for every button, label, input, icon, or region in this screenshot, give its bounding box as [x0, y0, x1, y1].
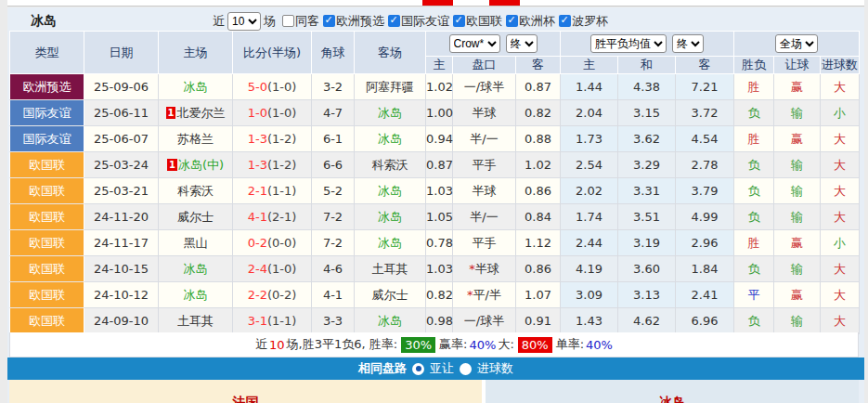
- cell-date: 24-11-20: [84, 204, 159, 230]
- right-team-title: 冰岛: [659, 395, 685, 403]
- cell-result-goals: 大: [821, 204, 860, 230]
- cell-avg-draw: 3.60: [618, 256, 676, 282]
- cell-score: 3-1(1-1): [233, 308, 312, 334]
- radio-label[interactable]: 进球数: [477, 360, 513, 377]
- match-row: 欧国联 25-03-21 1科索沃 2-1(1-1) 5-2 冰岛 1.03 *…: [10, 178, 860, 204]
- cell-avg-away: 3.72: [676, 100, 734, 126]
- home-team-name: 苏格兰: [177, 132, 214, 146]
- odds-group-header: Crow*终: [426, 32, 561, 57]
- cell-avg-home: 1.74: [561, 204, 618, 230]
- handicap-value: 半球: [475, 262, 499, 276]
- selected-radio-icon[interactable]: [412, 363, 424, 375]
- cell-avg-home: 2.44: [561, 230, 618, 256]
- cell-handicap: *平手: [453, 152, 516, 178]
- checked-checkbox-icon[interactable]: [323, 15, 335, 27]
- cell-result-goals: 小: [821, 100, 860, 126]
- half-time-score: (1-1): [267, 314, 296, 328]
- cell-odds-home: 1.02: [426, 74, 453, 100]
- cell-score: 0-2(0-0): [233, 230, 312, 256]
- cell-avg-away: 4.54: [676, 126, 734, 152]
- cell-home-team: 1科索沃: [159, 178, 233, 204]
- cell-date: 25-06-11: [84, 100, 159, 126]
- competition-filter-波罗杯[interactable]: 波罗杯: [559, 13, 608, 30]
- unselected-radio-icon[interactable]: [460, 363, 472, 375]
- cell-avg-home: 4.19: [561, 256, 618, 282]
- cell-result-wdl: 胜: [734, 126, 774, 152]
- summary-text: 赢率:: [439, 336, 467, 353]
- competition-filter-同客[interactable]: 同客: [282, 13, 319, 30]
- full-time-score: 2-1: [248, 184, 267, 198]
- games-count-select[interactable]: 10: [227, 12, 261, 31]
- cell-result-wdl: 负: [734, 204, 774, 230]
- filter-topbar: 冰岛 近 10 场 同客欧洲预选国际友谊欧国联欧洲杯波罗杯: [7, 9, 864, 32]
- cell-avg-draw: 3.15: [618, 100, 676, 126]
- full-time-score: 5-0: [248, 80, 267, 94]
- checkbox-label: 欧洲预选: [336, 13, 384, 30]
- away-team-name: 冰岛: [378, 210, 402, 224]
- left-team-panel: 法国: [9, 380, 482, 403]
- cell-handicap: *半球: [453, 256, 516, 282]
- away-team-name: 冰岛: [378, 184, 402, 198]
- half-time-score: (1-0): [267, 106, 296, 120]
- away-team-name: 阿塞拜疆: [366, 80, 414, 94]
- col-odds-home: 主: [426, 57, 453, 74]
- home-team-name: 冰岛: [184, 262, 208, 276]
- checked-checkbox-icon[interactable]: [453, 15, 465, 27]
- avg-type-select[interactable]: 胜平负均值: [590, 34, 667, 53]
- odds-final-select[interactable]: 终: [506, 34, 538, 53]
- cell-competition-type: 欧国联: [10, 308, 84, 334]
- checked-checkbox-icon[interactable]: [506, 15, 518, 27]
- cell-odds-home: 1.05: [426, 204, 453, 230]
- table-body: 欧洲预选 25-09-06 1冰岛 5-0(1-0) 3-2 阿塞拜疆 1.02…: [10, 74, 860, 334]
- competition-filter-欧国联[interactable]: 欧国联: [453, 13, 502, 30]
- cell-score: 1-0(1-0): [233, 100, 312, 126]
- checkbox-label: 欧国联: [466, 13, 502, 30]
- summary-rate: 40%: [586, 338, 613, 352]
- cell-handicap: *半/一: [453, 126, 516, 152]
- unchecked-checkbox-icon[interactable]: [282, 15, 294, 27]
- scope-select[interactable]: 全场: [775, 34, 818, 53]
- competition-filter-欧洲预选[interactable]: 欧洲预选: [323, 13, 384, 30]
- cell-competition-type: 国际友谊: [10, 126, 84, 152]
- half-time-score: (0-0): [267, 236, 296, 250]
- cell-date: 24-11-17: [84, 230, 159, 256]
- col-away: 客场: [355, 32, 426, 74]
- checked-checkbox-icon[interactable]: [559, 15, 571, 27]
- checked-checkbox-icon[interactable]: [388, 15, 400, 27]
- odds-source-select[interactable]: Crow*: [449, 34, 500, 53]
- cell-away-team: 冰岛: [355, 100, 426, 126]
- cell-avg-home: 1.73: [561, 126, 618, 152]
- team-title: 冰岛: [31, 13, 57, 30]
- cell-result-goals: 大: [821, 178, 860, 204]
- half-time-score: (1-0): [267, 262, 296, 276]
- cell-competition-type: 国际友谊: [10, 100, 84, 126]
- full-time-score: 1-3: [248, 158, 267, 172]
- cell-odds-home: 0.82: [426, 282, 453, 308]
- cell-handicap: *半球: [453, 178, 516, 204]
- radio-label[interactable]: 亚让: [430, 360, 454, 377]
- cell-corners: 3-2: [312, 74, 355, 100]
- cell-result-goals: 大: [821, 74, 860, 100]
- col-date: 日期: [84, 32, 159, 74]
- competition-filter-欧洲杯[interactable]: 欧洲杯: [506, 13, 555, 30]
- match-row: 欧国联 24-09-10 1土耳其 3-1(1-1) 3-3 冰岛 0.98 *…: [10, 308, 860, 334]
- avg-final-select[interactable]: 终: [672, 34, 704, 53]
- cell-avg-draw: 3.51: [618, 204, 676, 230]
- cell-corners: 6-6: [312, 152, 355, 178]
- bottom-section: 法国 冰岛: [9, 380, 859, 403]
- previous-section-bottom-strip: [7, 0, 864, 6]
- cell-handicap: *半/一: [453, 204, 516, 230]
- cell-avg-home: 2.04: [561, 100, 618, 126]
- cell-corners: 4-6: [312, 256, 355, 282]
- cell-away-team: 冰岛: [355, 204, 426, 230]
- cell-odds-away: 0.86: [516, 256, 561, 282]
- cell-result-handicap: 赢: [774, 74, 821, 100]
- cell-result-handicap: 赢: [774, 126, 821, 152]
- away-team-name: 威尔士: [372, 288, 408, 302]
- cell-result-wdl: 负: [734, 100, 774, 126]
- home-team-name: 冰岛(中): [178, 158, 224, 172]
- summary-text: 大:: [498, 336, 513, 353]
- competition-filter-国际友谊[interactable]: 国际友谊: [388, 13, 449, 30]
- cell-score: 1-3(1-2): [233, 152, 312, 178]
- cell-odds-away: 1.02: [516, 152, 561, 178]
